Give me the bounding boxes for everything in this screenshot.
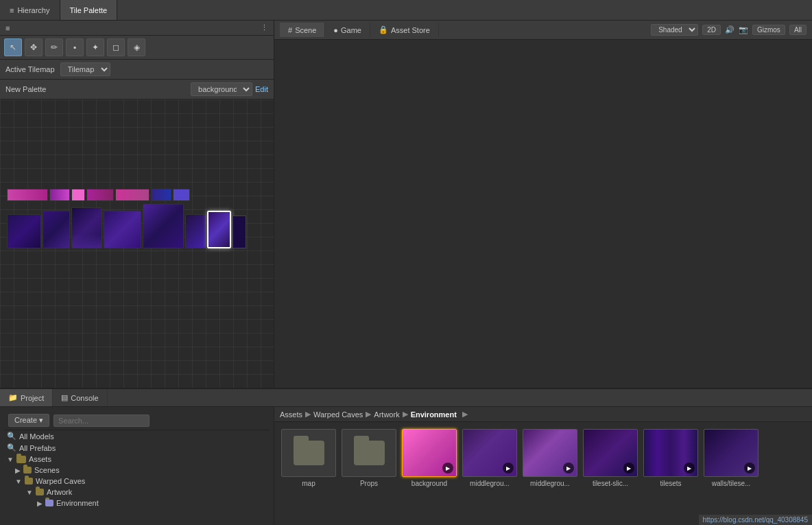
bottom-panel: 📁 Project ▤ Console Create ▾ 🔍 All Model…: [0, 388, 812, 525]
asset-props[interactable]: Props: [342, 429, 396, 487]
breadcrumb-warped-caves[interactable]: Warped Caves: [313, 410, 363, 419]
artwork-label: Artwork: [47, 488, 72, 496]
all-label[interactable]: All: [789, 25, 807, 35]
console-icon: ▤: [61, 393, 68, 402]
props-label: Props: [360, 480, 378, 487]
project-controls: Create ▾: [4, 411, 270, 430]
asset-tilesets[interactable]: ▶ tilesets: [643, 429, 698, 487]
tile-sprites: [7, 189, 247, 278]
tree-item-scenes[interactable]: ▶ Scenes: [4, 465, 270, 476]
scenes-label: Scenes: [34, 466, 60, 474]
paint-tool[interactable]: ✏: [45, 38, 63, 56]
asset-middleground1[interactable]: ▶ middlegrou...: [462, 429, 517, 487]
tileset-slic-label: tileset-slic...: [593, 480, 628, 487]
asset-background[interactable]: ▶ background: [402, 429, 457, 487]
environment-arrow: ▶: [37, 500, 43, 507]
gizmos-btn[interactable]: Gizmos: [752, 25, 785, 35]
warped-caves-folder-icon: [25, 478, 33, 485]
walls-label: walls/tilese...: [712, 480, 751, 487]
scene-toolbar: # Scene ● Game 🔒 Asset Store Shaded 2D 🔊: [274, 21, 812, 40]
assets-grid: map Props ▶ background: [274, 422, 812, 525]
picker-tool[interactable]: ✦: [86, 38, 104, 56]
tileset-slic-thumb: ▶: [583, 429, 638, 477]
tab-hierarchy[interactable]: ≡ Hierarchy: [0, 0, 60, 20]
assets-browser: Assets ▶ Warped Caves ▶ Artwork ▶ Enviro…: [274, 407, 812, 525]
assets-arrow: ▼: [7, 456, 14, 463]
tab-console[interactable]: ▤ Console: [53, 389, 107, 406]
mid1-thumb: ▶: [462, 429, 517, 477]
tilesets-label: tilesets: [660, 480, 681, 487]
tree-item-all-prefabs[interactable]: 🔍 All Prefabs: [4, 442, 270, 454]
props-thumb: [342, 429, 396, 477]
shading-select[interactable]: Shaded: [651, 24, 698, 36]
asset-tileset-slic[interactable]: ▶ tileset-slic...: [583, 429, 638, 487]
map-thumb: [281, 429, 336, 477]
assets-folder-icon: [16, 456, 26, 463]
warped-caves-label: Warped Caves: [36, 477, 85, 485]
toolbar: ↖ ✥ ✏ ▪ ✦ ◻ ◈: [0, 36, 274, 60]
palette-controls: New Palette background Edit: [0, 80, 274, 100]
tab-game[interactable]: ● Game: [325, 23, 370, 37]
fill-tool[interactable]: ◈: [128, 38, 145, 56]
move-tool[interactable]: ✥: [25, 38, 43, 56]
header-tabs: ≡ Hierarchy Tile Palette: [0, 0, 812, 21]
artwork-arrow: ▼: [26, 489, 33, 496]
map-label: map: [302, 480, 315, 487]
breadcrumb-sep-1: ▶: [305, 410, 311, 419]
tree-item-warped-caves[interactable]: ▼ Warped Caves: [4, 476, 270, 487]
search-icon-models: 🔍: [7, 432, 16, 441]
active-tilemap-label: Active Tilemap: [5, 65, 55, 73]
tile-palette-label: Tile Palette: [70, 6, 108, 14]
middleground2-label: middlegrou...: [530, 480, 570, 487]
breadcrumb-sep-2: ▶: [366, 410, 371, 419]
collapse-icon[interactable]: ≡: [5, 24, 10, 32]
palette-select[interactable]: background: [191, 82, 252, 96]
asset-walls[interactable]: ▶ walls/tilese...: [704, 429, 759, 487]
scene-icon: #: [288, 26, 292, 34]
scenes-folder-icon: [23, 467, 32, 474]
game-tab-label: Game: [341, 26, 361, 34]
tree-item-environment[interactable]: ▶ Environment: [4, 498, 270, 509]
middleground1-label: middlegrou...: [470, 480, 510, 487]
breadcrumb-expand[interactable]: ▶: [462, 410, 468, 419]
asset-store-label: Asset Store: [391, 26, 430, 34]
tree-item-all-models[interactable]: 🔍 All Models: [4, 430, 270, 442]
2d-button[interactable]: 2D: [702, 25, 721, 35]
asset-map[interactable]: map: [281, 429, 336, 487]
tree-item-assets[interactable]: ▼ Assets: [4, 454, 270, 465]
audio-icon[interactable]: 🔊: [725, 25, 735, 34]
tilemap-select[interactable]: Tilemap: [60, 62, 110, 76]
artwork-folder-icon: [36, 489, 44, 495]
panel-menu-icon[interactable]: ⋮: [261, 23, 268, 32]
tab-scene[interactable]: # Scene: [280, 23, 325, 37]
tab-project[interactable]: 📁 Project: [0, 389, 53, 406]
edit-label[interactable]: Edit: [255, 85, 268, 93]
breadcrumb-sep-3: ▶: [403, 410, 408, 419]
mid2-thumb: ▶: [523, 429, 577, 477]
asset-middleground2[interactable]: ▶ middlegrou...: [523, 429, 577, 487]
erase-tool[interactable]: ◻: [107, 38, 125, 56]
tile-palette-header: ≡ ⋮: [0, 21, 274, 36]
hierarchy-icon: ≡: [10, 6, 14, 14]
environment-label: Environment: [56, 499, 99, 507]
scene-tab-label: Scene: [295, 26, 316, 34]
walls-thumb: ▶: [704, 429, 759, 477]
select-tool[interactable]: ↖: [4, 38, 22, 56]
create-button[interactable]: Create ▾: [8, 414, 49, 427]
console-label: Console: [71, 394, 98, 402]
all-models-label: All Models: [19, 432, 54, 441]
assets-label: Assets: [29, 455, 51, 463]
breadcrumb-assets[interactable]: Assets: [280, 410, 302, 419]
box-tool[interactable]: ▪: [66, 38, 84, 56]
tree-item-artwork[interactable]: ▼ Artwork: [4, 487, 270, 498]
bottom-tabs: 📁 Project ▤ Console: [0, 389, 812, 407]
camera-icon[interactable]: 📷: [739, 25, 748, 34]
url-bar: https://blog.csdn.net/qq_40308845: [699, 515, 812, 525]
tab-tile-palette[interactable]: Tile Palette: [60, 0, 118, 20]
breadcrumb-environment: Environment: [411, 410, 457, 419]
scenes-arrow: ▶: [15, 467, 21, 474]
breadcrumb-artwork[interactable]: Artwork: [374, 410, 399, 419]
breadcrumb: Assets ▶ Warped Caves ▶ Artwork ▶ Enviro…: [274, 407, 812, 422]
search-input[interactable]: [53, 415, 150, 427]
tab-asset-store[interactable]: 🔒 Asset Store: [370, 23, 439, 37]
